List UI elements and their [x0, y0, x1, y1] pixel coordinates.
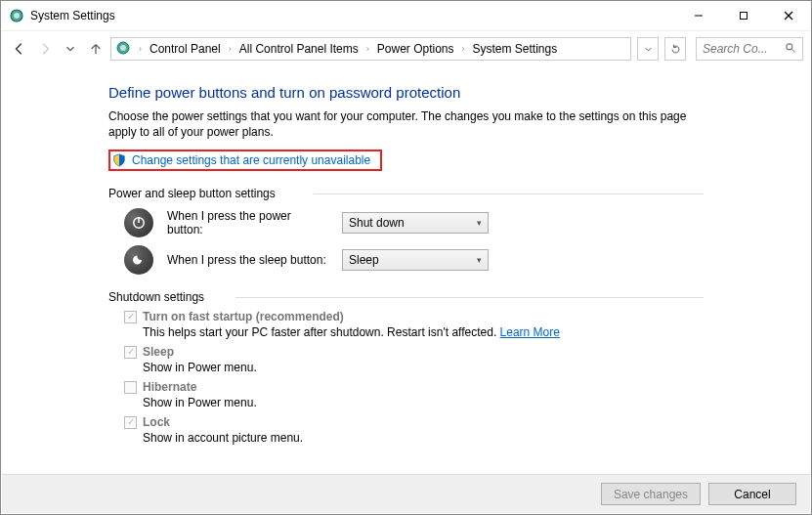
- svg-line-9: [792, 49, 795, 52]
- sleep-button-label: When I press the sleep button:: [167, 253, 328, 267]
- section-power-sleep-heading: Power and sleep button settings: [108, 187, 704, 200]
- power-button-row: When I press the power button: Shut down…: [124, 208, 704, 237]
- chevron-down-icon: ▾: [477, 218, 482, 228]
- svg-point-1: [14, 13, 20, 19]
- shutdown-item-hibernate: Hibernate Show in Power menu.: [124, 380, 704, 409]
- chevron-right-icon: ›: [366, 44, 369, 54]
- shutdown-item-title: Lock: [143, 415, 170, 429]
- sleep-button-row: When I press the sleep button: Sleep ▾: [124, 245, 704, 275]
- learn-more-link[interactable]: Learn More: [500, 325, 560, 339]
- shutdown-item-title: Sleep: [143, 345, 174, 359]
- shutdown-items: ✓Turn on fast startup (recommended) This…: [124, 310, 704, 445]
- section-shutdown-heading: Shutdown settings: [108, 290, 704, 304]
- shutdown-item-title: Hibernate: [143, 380, 196, 394]
- checkbox-lock: ✓: [124, 416, 137, 429]
- save-changes-button[interactable]: Save changes: [601, 483, 701, 505]
- shutdown-item-fast-startup: ✓Turn on fast startup (recommended) This…: [124, 310, 704, 339]
- address-icon: [115, 40, 131, 59]
- close-button[interactable]: [766, 1, 811, 30]
- recent-locations-button[interactable]: [60, 38, 81, 60]
- maximize-button[interactable]: [721, 1, 766, 30]
- change-settings-link[interactable]: Change settings that are currently unava…: [132, 153, 370, 167]
- shield-icon: [112, 153, 126, 167]
- refresh-button[interactable]: [664, 37, 686, 61]
- page-intro: Choose the power settings that you want …: [108, 108, 704, 140]
- power-button-select[interactable]: Shut down ▾: [342, 212, 489, 234]
- titlebar: System Settings: [1, 1, 811, 31]
- svg-point-7: [120, 45, 126, 51]
- highlighted-link-box: Change settings that are currently unava…: [108, 150, 382, 171]
- back-button[interactable]: [9, 38, 30, 60]
- cancel-button[interactable]: Cancel: [708, 483, 796, 505]
- up-button[interactable]: [85, 38, 107, 60]
- search-input[interactable]: Search Co...: [696, 37, 803, 61]
- power-button-label: When I press the power button:: [167, 209, 328, 236]
- navigation-bar: › Control Panel › All Control Panel Item…: [1, 31, 811, 66]
- breadcrumb-item[interactable]: Control Panel: [150, 42, 221, 56]
- search-icon: [785, 42, 796, 57]
- breadcrumb-item[interactable]: System Settings: [472, 42, 557, 56]
- app-icon: [9, 8, 24, 23]
- svg-rect-3: [741, 13, 748, 20]
- sleep-button-select[interactable]: Sleep ▾: [342, 249, 489, 271]
- svg-point-8: [787, 43, 792, 49]
- breadcrumb-item[interactable]: Power Options: [377, 42, 454, 56]
- forward-button[interactable]: [34, 38, 56, 60]
- search-placeholder: Search Co...: [703, 42, 768, 56]
- power-button-value: Shut down: [349, 216, 405, 230]
- chevron-right-icon: ›: [139, 44, 142, 54]
- shutdown-item-lock: ✓Lock Show in account picture menu.: [124, 415, 704, 445]
- address-bar[interactable]: › Control Panel › All Control Panel Item…: [110, 37, 631, 61]
- shutdown-item-sleep: ✓Sleep Show in Power menu.: [124, 345, 704, 374]
- checkbox-fast-startup: ✓: [124, 311, 137, 323]
- checkbox-hibernate: [124, 381, 137, 394]
- power-icon: [124, 208, 153, 237]
- sleep-button-value: Sleep: [349, 253, 379, 267]
- content-area: Define power buttons and turn on passwor…: [1, 66, 811, 475]
- breadcrumb-item[interactable]: All Control Panel Items: [239, 42, 359, 56]
- sleep-icon: [124, 245, 153, 275]
- chevron-right-icon: ›: [229, 44, 232, 54]
- window-title: System Settings: [30, 9, 115, 22]
- page-heading: Define power buttons and turn on passwor…: [108, 84, 704, 101]
- shutdown-item-desc: Show in Power menu.: [143, 396, 704, 409]
- minimize-button[interactable]: [676, 1, 721, 30]
- shutdown-item-desc: Show in Power menu.: [143, 361, 704, 374]
- chevron-down-icon: ▾: [477, 255, 482, 265]
- checkbox-sleep: ✓: [124, 346, 137, 359]
- history-dropdown-button[interactable]: [637, 37, 659, 61]
- chevron-right-icon: ›: [461, 44, 464, 54]
- shutdown-item-title: Turn on fast startup (recommended): [143, 310, 344, 323]
- window-controls: [676, 1, 811, 30]
- button-bar: Save changes Cancel: [2, 474, 810, 513]
- shutdown-item-desc: This helps start your PC faster after sh…: [143, 325, 704, 339]
- shutdown-item-desc: Show in account picture menu.: [143, 431, 704, 445]
